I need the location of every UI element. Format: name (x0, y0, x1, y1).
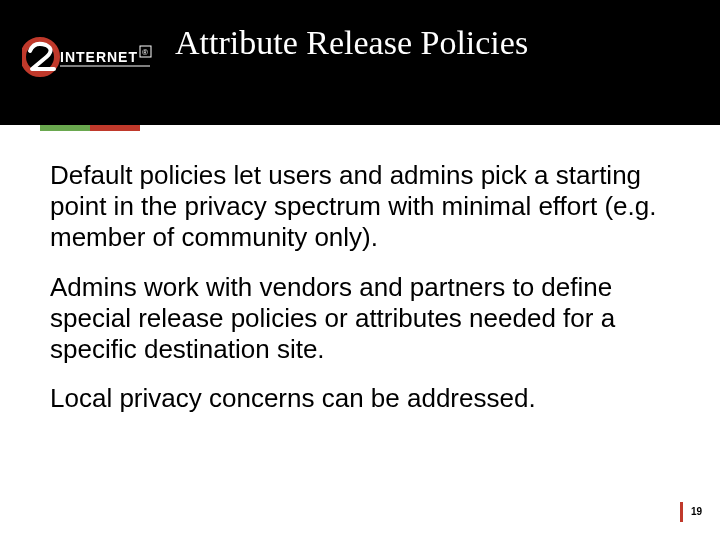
svg-text:INTERNET: INTERNET (60, 49, 138, 65)
footer-tick-icon (680, 502, 683, 522)
slide: INTERNET ® Attribute Release Policies De… (0, 0, 720, 540)
accent-red (90, 125, 140, 131)
slide-title: Attribute Release Policies (175, 24, 528, 62)
paragraph: Default policies let users and admins pi… (50, 160, 670, 254)
accent-green (40, 125, 90, 131)
paragraph: Admins work with vendors and partners to… (50, 272, 670, 366)
slide-body: Default policies let users and admins pi… (50, 160, 670, 432)
paragraph: Local privacy concerns can be addressed. (50, 383, 670, 414)
accent-bar (40, 125, 140, 131)
slide-header: INTERNET ® Attribute Release Policies (0, 0, 720, 125)
slide-footer: 19 (680, 500, 702, 522)
internet2-logo: INTERNET ® (22, 30, 152, 84)
page-number: 19 (691, 506, 702, 517)
svg-text:®: ® (142, 48, 148, 57)
